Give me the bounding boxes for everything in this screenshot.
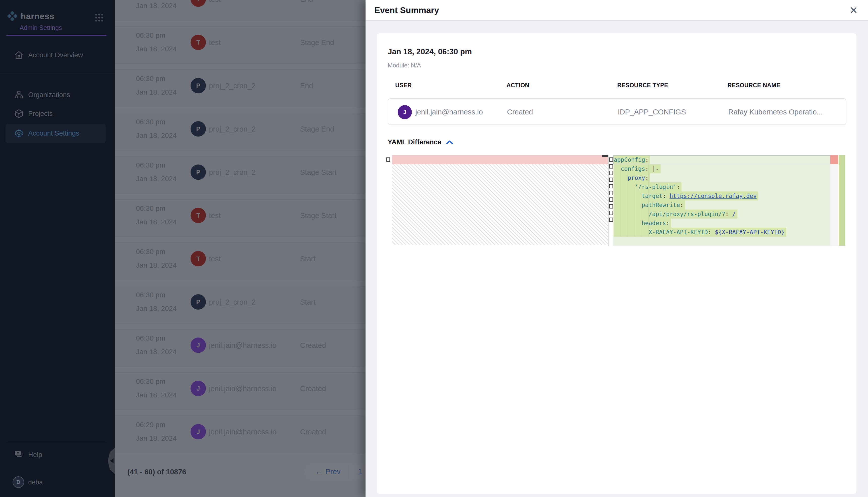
column-header-resource-name: RESOURCE NAME	[728, 82, 781, 89]
code-line: proxy:	[613, 173, 830, 182]
diff-removed-line	[392, 155, 608, 164]
column-header-resource-type: RESOURCE TYPE	[617, 82, 668, 89]
diff-line-marker	[609, 204, 613, 209]
yaml-difference-toggle[interactable]: YAML Difference	[388, 138, 453, 146]
event-action: Created	[507, 108, 533, 116]
event-summary-card: Jan 18, 2024, 06:30 pm Module: N/A USER …	[376, 33, 856, 494]
drawer-header: Event Summary ✕	[366, 0, 868, 20]
diff-empty-region	[392, 164, 608, 245]
overview-removed-mark	[830, 155, 838, 164]
code-line: configs: |-	[613, 164, 830, 173]
diff-line-marker	[609, 217, 613, 222]
diff-sash-handle	[602, 155, 608, 157]
diff-line-marker	[609, 197, 613, 202]
diff-line-marker	[386, 157, 390, 162]
overview-added-mark	[839, 155, 845, 246]
column-header-user: USER	[395, 82, 412, 89]
diff-line-marker	[609, 157, 613, 162]
event-resource-type: IDP_APP_CONFIGS	[618, 108, 686, 116]
modal-backdrop[interactable]	[0, 0, 366, 497]
code-line: X-RAFAY-API-KEYID: ${X-RAFAY-API-KEYID}	[613, 228, 830, 237]
code-line: headers:	[613, 218, 830, 228]
yaml-diff-editor[interactable]: appConfig: configs: |- proxy: '/rs-plugi…	[386, 155, 846, 246]
diff-scrollbar[interactable]	[830, 155, 838, 246]
diff-pane-divider	[608, 155, 609, 246]
chevron-up-icon	[446, 140, 453, 145]
code-line: target: https://console.rafay.dev	[613, 191, 830, 200]
diff-line-marker	[609, 211, 613, 215]
event-user: jenil.jain@harness.io	[415, 108, 483, 116]
diff-line-marker	[609, 171, 613, 175]
diff-line-marker	[609, 178, 613, 182]
code-line: appConfig:	[613, 155, 830, 164]
event-summary-drawer: Event Summary ✕ Jan 18, 2024, 06:30 pm M…	[366, 0, 868, 497]
close-icon[interactable]: ✕	[847, 3, 860, 17]
code-line	[613, 237, 830, 246]
column-header-action: ACTION	[507, 82, 529, 89]
code-line: pathRewrite:	[613, 200, 830, 210]
diff-line-marker	[609, 184, 613, 188]
avatar: J	[398, 105, 412, 119]
diff-line-marker	[609, 191, 613, 195]
page-title: Event Summary	[374, 5, 439, 15]
diff-modified-gutter	[609, 155, 613, 224]
code-line: '/rs-plugin':	[613, 182, 830, 191]
event-datetime: Jan 18, 2024, 06:30 pm	[388, 47, 472, 56]
event-module: Module: N/A	[388, 62, 421, 69]
event-row: J jenil.jain@harness.io Created IDP_APP_…	[388, 98, 846, 125]
diff-added-code: appConfig: configs: |- proxy: '/rs-plugi…	[613, 155, 830, 246]
code-line: /api/proxy/rs-plugin/?: /	[613, 210, 830, 218]
event-resource-name: Rafay Kubernetes Operatio...	[728, 108, 823, 116]
diff-line-marker	[609, 164, 613, 169]
diff-original-gutter	[386, 155, 391, 162]
